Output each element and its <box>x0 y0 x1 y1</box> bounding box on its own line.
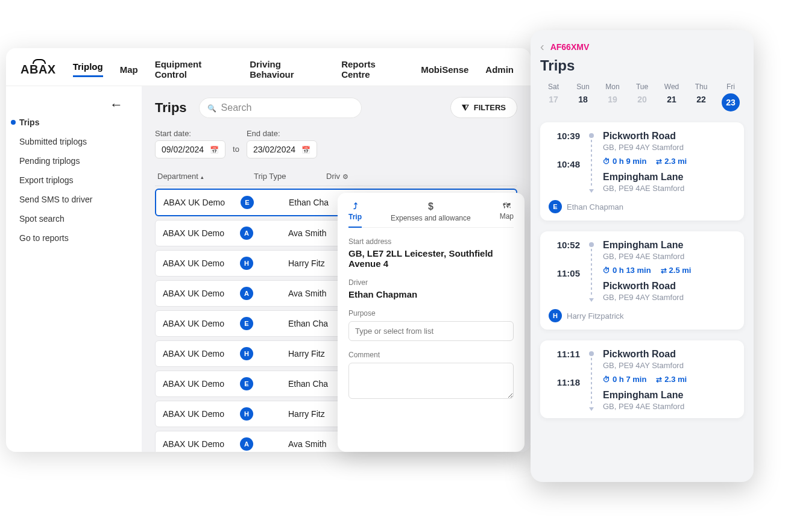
col-driver[interactable]: Driv <box>326 172 380 181</box>
chevron-left-icon[interactable]: ‹ <box>540 40 544 54</box>
nav-triplog[interactable]: Triplog <box>73 61 103 77</box>
start-date-value: 09/02/2024 <box>162 145 204 154</box>
start-place: Empingham Lane <box>603 240 736 251</box>
driver-cell: Ava Smith <box>288 228 336 238</box>
end-addr: GB, PE9 4AE Stamford <box>603 184 736 193</box>
start-place: Pickworth Road <box>603 349 736 360</box>
trip-card[interactable]: 11:1111:18Pickworth RoadGB, PE9 4AY Stam… <box>540 340 744 418</box>
mobile-title: Trips <box>540 57 744 74</box>
arrow-down-icon <box>589 298 594 302</box>
calendar-icon <box>301 145 310 154</box>
end-place: Pickworth Road <box>603 281 736 292</box>
nav-mobisense[interactable]: MobiSense <box>421 64 468 75</box>
end-date-input[interactable]: 23/02/2024 <box>247 140 317 158</box>
week-selector: Sat17Sun18Mon19Tue20Wed21Thu22Fri23 <box>540 83 744 111</box>
filter-icon <box>462 102 469 113</box>
start-date-label: Start date: <box>155 129 225 138</box>
sidebar-item-send-sms-to-driver[interactable]: Send SMS to driver <box>19 190 142 209</box>
end-time: 10:48 <box>549 159 580 169</box>
day-19[interactable]: Mon19 <box>599 83 626 111</box>
nav-admin[interactable]: Admin <box>485 64 514 75</box>
sidebar: ← TripsSubmitted triplogsPending triplog… <box>6 86 142 452</box>
dept-cell: ABAX UK Demo <box>163 349 230 358</box>
dept-cell: ABAX UK Demo <box>163 289 230 298</box>
col-department[interactable]: Department <box>157 172 230 181</box>
filters-button[interactable]: FILTERS <box>450 97 517 118</box>
driver-initial-badge: E <box>240 377 253 390</box>
day-17[interactable]: Sat17 <box>540 83 567 111</box>
day-number: 22 <box>688 95 714 104</box>
sidebar-item-pending-triplogs[interactable]: Pending triplogs <box>19 151 142 171</box>
day-18[interactable]: Sun18 <box>570 83 596 111</box>
sidebar-item-spot-search[interactable]: Spot search <box>19 209 142 228</box>
driver-initial-badge: A <box>240 287 253 300</box>
filters-label: FILTERS <box>474 103 506 112</box>
clock-icon <box>603 375 610 384</box>
dept-cell: ABAX UK Demo <box>163 228 230 238</box>
day-of-week: Thu <box>688 83 714 91</box>
clock-icon <box>603 157 610 166</box>
end-time: 11:05 <box>549 268 580 278</box>
driver-cell: Ethan Cha <box>289 198 337 207</box>
start-addr: GB, PE9 4AY Stamford <box>603 361 736 370</box>
sidebar-item-trips[interactable]: Trips <box>19 113 142 132</box>
distance-icon <box>656 375 662 384</box>
driver-cell: Ethan Cha <box>288 319 336 328</box>
tab-trip[interactable]: Trip <box>348 201 362 228</box>
day-22[interactable]: Thu22 <box>688 83 714 111</box>
tab-expenses[interactable]: Expenses and allowance <box>391 201 471 222</box>
day-number: 17 <box>540 95 567 104</box>
day-20[interactable]: Tue20 <box>629 83 655 111</box>
day-number: 20 <box>629 95 655 104</box>
back-icon[interactable]: ← <box>110 97 142 113</box>
nav-driving-behaviour[interactable]: Driving Behaviour <box>250 59 324 80</box>
driver-cell: Ethan Cha <box>288 379 336 389</box>
sidebar-item-go-to-reports[interactable]: Go to reports <box>19 228 142 248</box>
purpose-input[interactable] <box>348 321 514 341</box>
dept-cell: ABAX UK Demo <box>163 319 230 328</box>
trip-card[interactable]: 10:3910:48Pickworth RoadGB, PE9 4AY Stam… <box>540 122 744 221</box>
trip-card[interactable]: 10:5211:05Empingham LaneGB, PE9 4AE Stam… <box>540 231 744 330</box>
start-time: 10:52 <box>549 240 580 250</box>
day-of-week: Wed <box>658 83 685 91</box>
day-21[interactable]: Wed21 <box>658 83 685 111</box>
start-time: 10:39 <box>549 131 580 141</box>
start-addr: GB, PE9 4AE Stamford <box>603 252 736 261</box>
to-label: to <box>233 145 239 154</box>
search-placeholder: Search <box>221 102 252 113</box>
driver-initial-badge: A <box>240 227 253 240</box>
comment-input[interactable] <box>348 363 514 399</box>
sidebar-item-export-triplogs[interactable]: Export triplogs <box>19 171 142 190</box>
day-23[interactable]: Fri23 <box>717 83 744 111</box>
dept-cell: ABAX UK Demo <box>163 258 230 268</box>
driver-label: Driver <box>348 278 514 287</box>
comment-label: Comment <box>348 351 514 359</box>
day-number: 19 <box>599 95 626 104</box>
day-number: 23 <box>722 93 740 111</box>
mobile-panel: ‹ AF66XMV Trips Sat17Sun18Mon19Tue20Wed2… <box>531 30 754 482</box>
sidebar-item-submitted-triplogs[interactable]: Submitted triplogs <box>19 132 142 151</box>
dollar-icon <box>428 201 433 212</box>
search-icon <box>207 102 216 113</box>
end-place: Empingham Lane <box>603 172 736 183</box>
arrow-down-icon <box>589 407 594 411</box>
driver-initial-badge: E <box>241 196 254 209</box>
end-addr: GB, PE9 4AE Stamford <box>603 402 736 411</box>
nav-reports-centre[interactable]: Reports Centre <box>341 59 404 80</box>
tab-map[interactable]: Map <box>500 201 514 222</box>
trip-driver: EEthan Chapman <box>549 200 736 213</box>
search-input[interactable]: Search <box>199 98 362 118</box>
nav-map[interactable]: Map <box>120 64 138 75</box>
driver-cell: Ava Smith <box>288 439 336 449</box>
nav-equipment-control[interactable]: Equipment Control <box>155 59 233 80</box>
start-place: Pickworth Road <box>603 131 736 142</box>
table-header: Department Trip Type Driv <box>155 172 517 186</box>
col-trip-type[interactable]: Trip Type <box>254 172 302 181</box>
start-time: 11:11 <box>549 349 580 359</box>
start-addr: GB, PE9 4AY Stamford <box>603 143 736 152</box>
dept-cell: ABAX UK Demo <box>163 198 231 207</box>
brand-logo: ABAX <box>20 63 56 77</box>
start-date-input[interactable]: 09/02/2024 <box>155 140 225 158</box>
day-number: 21 <box>658 95 685 104</box>
day-of-week: Sat <box>540 83 567 91</box>
